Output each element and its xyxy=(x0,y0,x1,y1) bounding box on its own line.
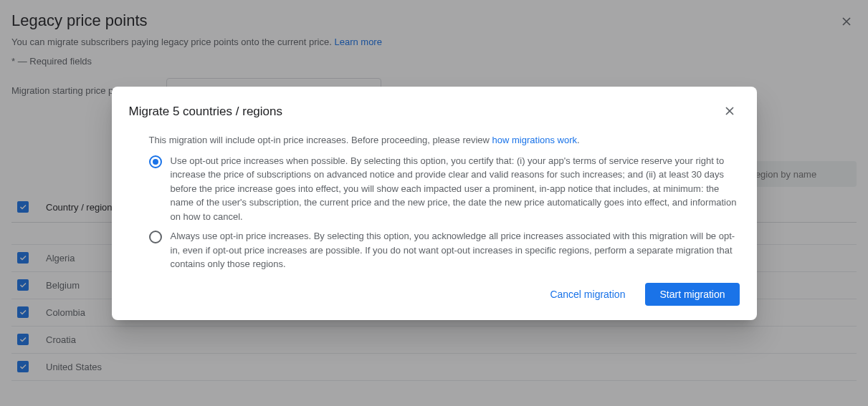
opt-in-label: Always use opt-in price increases. By se… xyxy=(171,229,740,271)
opt-out-radio[interactable] xyxy=(149,155,162,168)
intro-prefix: This migration will include opt-in price… xyxy=(149,135,492,145)
dialog-title: Migrate 5 countries / regions xyxy=(129,105,283,119)
opt-out-label: Use opt-out price increases when possibl… xyxy=(171,154,740,224)
cancel-migration-button[interactable]: Cancel migration xyxy=(535,283,639,306)
close-icon xyxy=(722,104,737,118)
modal-overlay: Migrate 5 countries / regions This migra… xyxy=(0,0,868,406)
dialog-intro: This migration will include opt-in price… xyxy=(149,135,740,145)
intro-suffix: . xyxy=(577,135,580,145)
dialog-close-button[interactable] xyxy=(720,101,740,123)
migrate-dialog: Migrate 5 countries / regions This migra… xyxy=(112,87,757,320)
opt-in-radio[interactable] xyxy=(149,231,162,243)
start-migration-button[interactable]: Start migration xyxy=(645,283,739,306)
how-migrations-work-link[interactable]: how migrations work xyxy=(492,135,578,145)
